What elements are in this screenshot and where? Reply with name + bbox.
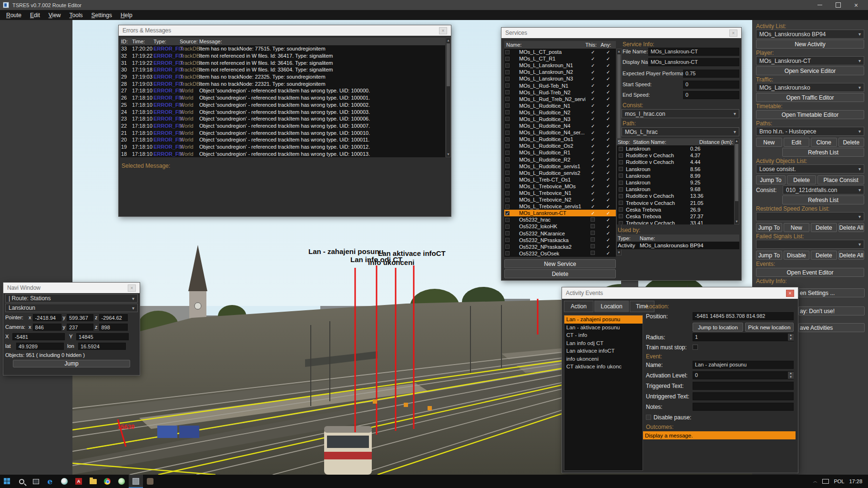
service-row[interactable]: MOs_L_Lanskroun_N3✓✓ [504, 75, 616, 82]
event-list-item[interactable]: Lan - aktivace posunu [564, 324, 643, 332]
traffic-dropdown[interactable]: MOs_Lanskrounsko [756, 83, 864, 92]
errors-window-titlebar[interactable]: Errors & Messages [119, 25, 451, 36]
error-row[interactable]: 1817:18:10ERROR_FIXWorldObject 'soundreg… [121, 150, 445, 157]
service-checkbox[interactable]: ✓ [505, 211, 510, 215]
stop-checkbox[interactable] [619, 147, 623, 151]
save-activities-button-clipped[interactable]: ave Activities [798, 323, 865, 332]
error-row[interactable]: 2317:18:10ERROR_FIXWorldObject 'soundreg… [121, 115, 445, 122]
event-list-item[interactable]: CT aktivace info ukonc [564, 363, 643, 371]
signal-delete-all-button[interactable]: Delete All [838, 251, 865, 260]
lon-field[interactable]: 16.5924 [78, 343, 126, 350]
service-row[interactable]: MOs_L_Rudoltice_N4✓✓ [504, 122, 616, 129]
path-new-button[interactable]: New [756, 138, 782, 147]
error-row[interactable]: 2517:18:10ERROR_FIXWorldObject 'soundreg… [121, 102, 445, 109]
activity-events-close-icon[interactable] [786, 290, 794, 297]
service-checkbox[interactable] [505, 110, 510, 114]
service-row[interactable]: Os5232_OsOsek✓ [504, 250, 616, 257]
failed-signals-dropdown[interactable] [756, 240, 864, 249]
service-checkbox[interactable] [505, 224, 510, 229]
service-row[interactable]: MOs_L_Lanskroun_N1✓✓ [504, 62, 616, 69]
services-close-icon[interactable] [729, 30, 737, 37]
app-teal-icon[interactable] [57, 475, 71, 488]
open-settings-button-clipped[interactable]: en Settings ... [798, 288, 865, 297]
service-checkbox[interactable] [505, 97, 510, 101]
stop-row[interactable]: Trebovice v Cechach21.05 [617, 200, 734, 206]
signal-jump-to-button[interactable]: Jump To [756, 251, 782, 260]
tsre-taskbar-icon[interactable] [129, 475, 143, 488]
stop-checkbox[interactable] [619, 181, 623, 185]
error-row[interactable]: 2417:18:10ERROR_FIXWorldObject 'soundreg… [121, 108, 445, 115]
services-window-titlebar[interactable]: Services [501, 28, 741, 38]
error-row[interactable]: 2817:19:03ERROR_FIXTrackDBItem has no tr… [121, 80, 445, 87]
service-row[interactable]: MOs_L_Rudoltice_N1✓✓ [504, 102, 616, 109]
activity-list-dropdown[interactable]: MOs_Lanskrounsko BP94 [756, 30, 864, 39]
disable-pause-checkbox[interactable] [646, 415, 651, 420]
event-list-item[interactable]: info ukonceni [564, 355, 643, 363]
navi-station-dropdown[interactable]: Lanskroun [5, 304, 138, 312]
used-by-row[interactable]: ActivityMOs_Lanskrounsko BP94 [617, 242, 739, 249]
service-row[interactable]: MOs_L_Rudoltice_Os2✓✓ [504, 142, 616, 149]
service-checkbox[interactable] [505, 131, 510, 135]
consist-dropdown[interactable]: mos_l_hrac.con [622, 109, 739, 118]
service-row[interactable]: MOs_L_Lanskroun_N2✓✓ [504, 69, 616, 75]
service-row[interactable]: MOs_L_CT_R1✓✓ [504, 55, 616, 62]
stop-checkbox[interactable] [619, 221, 623, 224]
event-list-item[interactable]: Lan aktivace infoCT [564, 347, 643, 355]
gimp-icon[interactable] [143, 475, 157, 488]
tray-chevron-icon[interactable]: ︿ [813, 478, 817, 485]
stop-row[interactable]: Lanskroun8.99 [617, 173, 734, 179]
service-checkbox[interactable] [505, 124, 510, 128]
stop-checkbox[interactable] [619, 207, 623, 212]
x-tile-field[interactable]: -5481 [12, 333, 65, 340]
clock[interactable]: 17:28 [849, 478, 862, 484]
open-event-editor-button[interactable]: Open Event Editor [756, 268, 864, 277]
menu-help[interactable]: Help [116, 11, 137, 20]
service-checkbox[interactable] [505, 83, 510, 88]
service-checkbox[interactable] [505, 157, 510, 162]
notes-field[interactable] [693, 403, 794, 411]
maximize-button[interactable] [829, 0, 847, 10]
open-timetable-editor-button[interactable]: Open Timetable Editor [756, 110, 864, 119]
stop-row[interactable]: Rudoltice v Cechach13.36 [617, 193, 734, 199]
errors-scrollbar[interactable]: ▲▼ [446, 38, 451, 157]
consist-refresh-list-button[interactable]: Refresh List [782, 195, 864, 204]
navi-mode-dropdown[interactable]: | Route: Stations [5, 294, 138, 303]
stop-checkbox[interactable] [619, 167, 623, 171]
close-button[interactable] [847, 0, 865, 10]
new-activity-button[interactable]: New Activity [756, 40, 864, 49]
task-view-icon[interactable] [29, 475, 43, 488]
service-checkbox[interactable] [505, 184, 510, 188]
service-checkbox[interactable] [505, 63, 510, 68]
event-list-item[interactable]: Lan - zahajeni posunu [564, 315, 643, 324]
service-checkbox[interactable] [505, 191, 510, 195]
stop-row[interactable]: Lanskroun0.26 [617, 145, 734, 152]
service-checkbox[interactable] [505, 103, 510, 108]
menu-view[interactable]: View [44, 11, 65, 20]
tab-location[interactable]: Location [594, 301, 629, 312]
object-delete-button[interactable]: Delete [787, 175, 817, 184]
error-row[interactable]: 2617:18:10ERROR_FIXWorldObject 'soundreg… [121, 94, 445, 102]
stop-checkbox[interactable] [619, 194, 623, 198]
service-row[interactable]: Os5232_NPraskacka✓ [504, 237, 616, 244]
menu-edit[interactable]: Edit [26, 11, 44, 20]
service-checkbox[interactable] [505, 238, 510, 242]
app-green-icon[interactable] [114, 475, 129, 488]
object-jump-to-button[interactable]: Jump To [756, 175, 786, 184]
acrobat-icon[interactable]: A [71, 475, 86, 488]
jump-to-location-button[interactable]: Jump to location [693, 323, 743, 332]
service-row[interactable]: MOs_L_Rudoltice_N3✓✓ [504, 116, 616, 122]
signal-disable-button[interactable]: Disable [784, 251, 810, 260]
pointer-z-field[interactable]: -2964.62 [99, 314, 128, 321]
stop-row[interactable]: Trebovice v Cechach33.41 [617, 220, 734, 224]
stop-checkbox[interactable] [619, 153, 623, 158]
service-row[interactable]: ✓MOs_Lanskroun-CT✓✓ [504, 210, 616, 216]
display-name-field[interactable]: MOs_Lanskroun-CT [648, 58, 739, 66]
zone-new-button[interactable]: New [784, 223, 810, 232]
player-dropdown[interactable]: MOs_Lanskroun-CT [756, 56, 864, 65]
error-row[interactable]: 2217:18:10ERROR_FIXWorldObject 'soundreg… [121, 122, 445, 130]
open-traffic-editor-button[interactable]: Open Traffic Editor [756, 93, 864, 102]
stop-checkbox[interactable] [619, 201, 623, 205]
tab-action[interactable]: Action [564, 301, 593, 312]
service-checkbox[interactable] [505, 137, 510, 142]
service-checkbox[interactable] [505, 204, 510, 209]
